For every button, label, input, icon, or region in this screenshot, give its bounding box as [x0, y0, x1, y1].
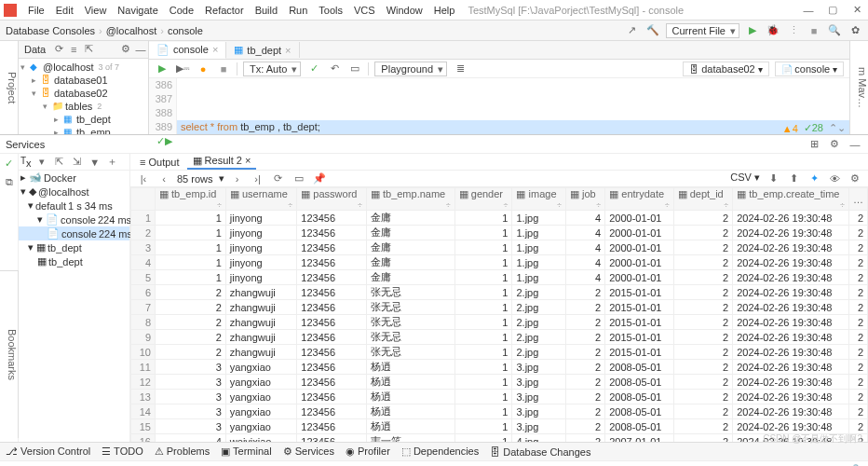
status-database-changes[interactable]: 🗄 Database Changes — [490, 446, 590, 458]
docker-node[interactable]: ▸ 🐋Docker — [19, 171, 129, 185]
col-tb_emp-create_time[interactable]: ▦ tb_emp.create_time÷ — [733, 188, 849, 211]
menu-window[interactable]: Window — [381, 3, 428, 18]
debug-icon[interactable]: 🐞 — [766, 23, 780, 38]
hammer-icon[interactable]: 🔨 — [645, 23, 660, 38]
table-row[interactable]: 72zhangwuji123456张无忌12.jpg22015-01-01220… — [131, 300, 868, 315]
playground-dropdown[interactable]: Playground — [374, 62, 447, 76]
tree-tbemp[interactable]: ▸▦tb_emp — [20, 126, 146, 134]
menu-vcs[interactable]: VCS — [348, 3, 381, 18]
expand-icon[interactable]: ⇱ — [81, 42, 96, 57]
table-row[interactable]: 31jinyong123456金庸11.jpg42000-01-0122024-… — [131, 240, 868, 255]
pin-icon[interactable]: 📌 — [312, 171, 327, 186]
table-row[interactable]: 21jinyong123456金庸11.jpg42000-01-0122024-… — [131, 226, 868, 240]
status-problems[interactable]: ⚠ Problems — [155, 445, 210, 458]
console-result-node[interactable]: 📄console224 ms — [19, 226, 129, 240]
col-tb_emp-name[interactable]: ▦ tb_emp.name÷ — [366, 188, 454, 211]
last-page-icon[interactable]: ›| — [251, 171, 265, 186]
warnings-badge[interactable]: ▲4 — [782, 123, 798, 134]
gear-icon[interactable]: ⚙ — [118, 42, 133, 57]
table-row[interactable]: 164weiyixiao123456韦一笑14.jpg22007-01-0122… — [131, 434, 868, 443]
minimize-icon[interactable]: — — [801, 3, 816, 18]
hide-icon[interactable]: — — [133, 42, 148, 57]
db-badge[interactable]: 🗄 database02 ▾ — [683, 62, 768, 76]
table-row[interactable]: 92zhangwuji123456张无忌12.jpg22015-01-01220… — [131, 330, 868, 345]
anchor-icon[interactable]: ⊞ — [807, 137, 821, 152]
check-icon[interactable]: ✓ — [2, 156, 17, 171]
tab-console[interactable]: 📄console× — [149, 42, 226, 59]
export-icon[interactable]: ⬇ — [766, 171, 780, 186]
menu-code[interactable]: Code — [164, 3, 199, 18]
menu-help[interactable]: Help — [428, 3, 461, 18]
output-tab[interactable]: ≡ Output — [134, 156, 185, 169]
code-editor[interactable]: 386387388389 ✓▶ select * from tb_emp , t… — [149, 78, 849, 134]
commit-icon[interactable]: ✓ — [306, 62, 321, 76]
menu-file[interactable]: File — [22, 3, 50, 18]
status-terminal[interactable]: ▣ Terminal — [221, 445, 271, 458]
tree-db1[interactable]: ▸🗄database01 — [20, 74, 146, 87]
menu-navigate[interactable]: Navigate — [112, 3, 163, 18]
stop-icon[interactable]: ■ — [807, 23, 821, 38]
default-node[interactable]: ▾default1 s 34 ms — [19, 199, 129, 212]
col-password[interactable]: ▦ password÷ — [297, 188, 367, 211]
menu-refactor[interactable]: Refactor — [199, 3, 250, 18]
tree-tbdept[interactable]: ▸▦tb_dept — [20, 113, 146, 126]
more-run-icon[interactable]: ⋮ — [786, 23, 801, 38]
maximize-icon[interactable]: ▢ — [825, 3, 840, 18]
expand-all-icon[interactable]: ⇱ — [52, 155, 67, 170]
right-toolwindow-bar[interactable]: m Mav… — [849, 41, 868, 134]
close-icon[interactable]: × — [285, 45, 291, 56]
reload-icon[interactable]: ⟳ — [271, 171, 286, 186]
table-row[interactable]: 102zhangwuji123456张无忌12.jpg22015-01-0122… — [131, 345, 868, 360]
run-plan-icon[interactable]: ▶⎓ — [175, 62, 190, 76]
result-grid[interactable]: ▦ tb_emp.id÷▦ username÷▦ password÷▦ tb_e… — [130, 187, 868, 442]
col-dept_id[interactable]: ▦ dept_id÷ — [673, 188, 733, 211]
filter-icon[interactable]: ▾ — [34, 155, 49, 170]
table-row[interactable]: 51jinyong123456金庸11.jpg42000-01-0122024-… — [131, 270, 868, 285]
first-page-icon[interactable]: |‹ — [136, 171, 151, 186]
refresh-icon[interactable]: ⟳ — [51, 42, 66, 57]
menu-build[interactable]: Build — [250, 3, 283, 18]
menu-tools[interactable]: Tools — [313, 3, 348, 18]
tree-host[interactable]: ▾◆@localhost3 of 7 — [20, 61, 146, 74]
close-icon[interactable]: × — [212, 44, 218, 55]
table-row[interactable]: 143yangxiao123456杨逍13.jpg22008-05-012202… — [131, 404, 868, 419]
table-row[interactable]: 123yangxiao123456杨逍13.jpg22008-05-012202… — [131, 375, 868, 390]
view-icon[interactable]: ✦ — [807, 171, 821, 186]
funnel-icon[interactable]: ▼ — [88, 155, 102, 170]
left-bar-bottom[interactable]: Bookmarks Structure — [0, 270, 19, 438]
menu-view[interactable]: View — [79, 3, 113, 18]
diff-icon[interactable]: ⧉ — [2, 174, 17, 189]
table-row[interactable]: 41jinyong123456金庸11.jpg42000-01-0122024-… — [131, 255, 868, 270]
status-dependencies[interactable]: ⬚ Dependencies — [401, 445, 479, 458]
prev-page-icon[interactable]: ‹ — [156, 171, 171, 186]
isolate-icon[interactable]: ▭ — [347, 62, 362, 76]
left-toolwindow-bar[interactable]: Project Database — [0, 41, 19, 134]
gear-icon[interactable]: ⚙ — [827, 137, 842, 152]
table-row[interactable]: 153yangxiao123456杨逍13.jpg22008-05-012202… — [131, 419, 868, 434]
eye-icon[interactable]: 👁 — [827, 171, 842, 186]
next-page-icon[interactable]: › — [230, 171, 245, 186]
col-entrydate[interactable]: ▦ entrydate÷ — [605, 188, 673, 211]
status-services[interactable]: ⚙ Services — [283, 445, 334, 458]
result-tab[interactable]: ▦ Result 2 × — [187, 154, 257, 170]
run-config-dropdown[interactable]: Current File — [666, 23, 739, 38]
col-username[interactable]: ▦ username÷ — [225, 188, 296, 211]
menu-run[interactable]: Run — [283, 3, 313, 18]
tree-db2[interactable]: ▾🗄database02 — [20, 87, 146, 100]
crumb-1[interactable]: @localhost — [106, 25, 157, 36]
ok-badge[interactable]: ✓28 — [804, 122, 823, 134]
close-icon[interactable]: ✕ — [849, 3, 864, 18]
format-icon[interactable]: ≣ — [453, 62, 468, 76]
explain-icon[interactable]: ● — [196, 62, 210, 76]
hide-icon[interactable]: — — [848, 137, 862, 152]
table-row[interactable]: 133yangxiao123456杨逍13.jpg22008-05-012202… — [131, 390, 868, 404]
console-node[interactable]: ▾ 📄console224 ms — [19, 212, 129, 226]
import-icon[interactable]: ⬆ — [786, 171, 801, 186]
stop-query-icon[interactable]: ■ — [216, 62, 231, 76]
search-icon[interactable]: 🔍 — [827, 23, 842, 38]
menu-edit[interactable]: Edit — [50, 3, 79, 18]
console-badge[interactable]: 📄 console ▾ — [775, 62, 844, 76]
csv-dropdown[interactable]: CSV ▾ — [730, 171, 760, 186]
filter-icon[interactable]: ≡ — [66, 42, 81, 57]
table-row[interactable]: 11jinyong123456金庸11.jpg42000-01-0122024-… — [131, 211, 868, 226]
